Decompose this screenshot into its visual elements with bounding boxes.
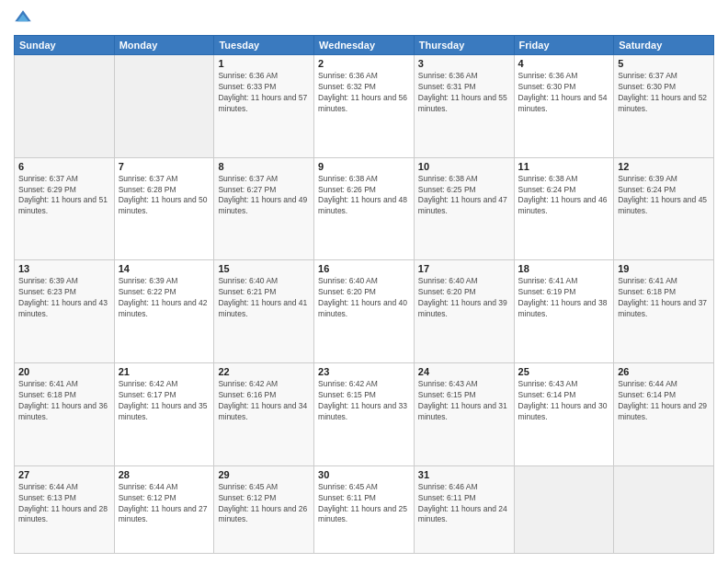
day-number: 4 bbox=[518, 58, 610, 69]
calendar-cell: 12Sunrise: 6:39 AMSunset: 6:24 PMDayligh… bbox=[614, 157, 714, 260]
day-number: 28 bbox=[119, 469, 210, 480]
day-header-monday: Monday bbox=[114, 36, 214, 55]
day-detail: Sunrise: 6:37 AMSunset: 6:29 PMDaylight:… bbox=[18, 174, 110, 218]
day-number: 20 bbox=[18, 366, 110, 377]
day-detail: Sunrise: 6:46 AMSunset: 6:11 PMDaylight:… bbox=[418, 482, 510, 526]
day-detail: Sunrise: 6:39 AMSunset: 6:22 PMDaylight:… bbox=[119, 276, 210, 320]
calendar-cell: 26Sunrise: 6:44 AMSunset: 6:14 PMDayligh… bbox=[614, 363, 714, 466]
day-number: 30 bbox=[318, 469, 410, 480]
day-number: 18 bbox=[518, 263, 610, 274]
day-number: 23 bbox=[318, 366, 410, 377]
day-detail: Sunrise: 6:43 AMSunset: 6:15 PMDaylight:… bbox=[418, 379, 510, 423]
day-detail: Sunrise: 6:44 AMSunset: 6:13 PMDaylight:… bbox=[18, 482, 110, 526]
day-number: 8 bbox=[218, 161, 310, 172]
day-number: 19 bbox=[618, 263, 710, 274]
day-detail: Sunrise: 6:37 AMSunset: 6:30 PMDaylight:… bbox=[618, 71, 710, 115]
day-header-thursday: Thursday bbox=[414, 36, 514, 55]
day-detail: Sunrise: 6:44 AMSunset: 6:12 PMDaylight:… bbox=[119, 482, 210, 526]
day-detail: Sunrise: 6:41 AMSunset: 6:18 PMDaylight:… bbox=[618, 276, 710, 320]
day-number: 3 bbox=[418, 58, 510, 69]
calendar-cell: 15Sunrise: 6:40 AMSunset: 6:21 PMDayligh… bbox=[214, 260, 314, 363]
calendar-cell: 10Sunrise: 6:38 AMSunset: 6:25 PMDayligh… bbox=[414, 157, 514, 260]
day-number: 25 bbox=[518, 366, 610, 377]
day-number: 17 bbox=[418, 263, 510, 274]
day-detail: Sunrise: 6:42 AMSunset: 6:16 PMDaylight:… bbox=[218, 379, 310, 423]
calendar-cell: 24Sunrise: 6:43 AMSunset: 6:15 PMDayligh… bbox=[414, 363, 514, 466]
day-number: 6 bbox=[18, 161, 110, 172]
day-detail: Sunrise: 6:41 AMSunset: 6:19 PMDaylight:… bbox=[518, 276, 610, 320]
page: SundayMondayTuesdayWednesdayThursdayFrid… bbox=[0, 0, 728, 563]
calendar-cell: 25Sunrise: 6:43 AMSunset: 6:14 PMDayligh… bbox=[514, 363, 614, 466]
calendar-cell bbox=[114, 55, 214, 158]
day-detail: Sunrise: 6:38 AMSunset: 6:24 PMDaylight:… bbox=[518, 174, 610, 218]
day-detail: Sunrise: 6:38 AMSunset: 6:26 PMDaylight:… bbox=[318, 174, 410, 218]
day-detail: Sunrise: 6:40 AMSunset: 6:20 PMDaylight:… bbox=[318, 276, 410, 320]
calendar-cell: 28Sunrise: 6:44 AMSunset: 6:12 PMDayligh… bbox=[114, 465, 214, 553]
calendar-cell: 4Sunrise: 6:36 AMSunset: 6:30 PMDaylight… bbox=[514, 55, 614, 158]
calendar-cell: 6Sunrise: 6:37 AMSunset: 6:29 PMDaylight… bbox=[15, 157, 115, 260]
week-row-2: 13Sunrise: 6:39 AMSunset: 6:23 PMDayligh… bbox=[15, 260, 714, 363]
day-detail: Sunrise: 6:37 AMSunset: 6:27 PMDaylight:… bbox=[218, 174, 310, 218]
calendar-cell: 8Sunrise: 6:37 AMSunset: 6:27 PMDaylight… bbox=[214, 157, 314, 260]
day-number: 2 bbox=[318, 58, 410, 69]
day-detail: Sunrise: 6:45 AMSunset: 6:11 PMDaylight:… bbox=[318, 482, 410, 526]
week-row-1: 6Sunrise: 6:37 AMSunset: 6:29 PMDaylight… bbox=[15, 157, 714, 260]
day-number: 26 bbox=[618, 366, 710, 377]
calendar-cell: 14Sunrise: 6:39 AMSunset: 6:22 PMDayligh… bbox=[114, 260, 214, 363]
day-detail: Sunrise: 6:37 AMSunset: 6:28 PMDaylight:… bbox=[119, 174, 210, 218]
week-row-3: 20Sunrise: 6:41 AMSunset: 6:18 PMDayligh… bbox=[15, 363, 714, 466]
day-number: 11 bbox=[518, 161, 610, 172]
day-detail: Sunrise: 6:42 AMSunset: 6:17 PMDaylight:… bbox=[119, 379, 210, 423]
day-number: 27 bbox=[18, 469, 110, 480]
calendar-cell: 2Sunrise: 6:36 AMSunset: 6:32 PMDaylight… bbox=[314, 55, 415, 158]
calendar-cell: 1Sunrise: 6:36 AMSunset: 6:33 PMDaylight… bbox=[214, 55, 314, 158]
day-number: 31 bbox=[418, 469, 510, 480]
day-detail: Sunrise: 6:44 AMSunset: 6:14 PMDaylight:… bbox=[618, 379, 710, 423]
header bbox=[14, 9, 714, 28]
day-detail: Sunrise: 6:45 AMSunset: 6:12 PMDaylight:… bbox=[218, 482, 310, 526]
day-detail: Sunrise: 6:42 AMSunset: 6:15 PMDaylight:… bbox=[318, 379, 410, 423]
calendar-cell: 19Sunrise: 6:41 AMSunset: 6:18 PMDayligh… bbox=[614, 260, 714, 363]
day-detail: Sunrise: 6:39 AMSunset: 6:23 PMDaylight:… bbox=[18, 276, 110, 320]
calendar-cell bbox=[614, 465, 714, 553]
day-number: 12 bbox=[618, 161, 710, 172]
day-number: 21 bbox=[119, 366, 210, 377]
day-number: 5 bbox=[618, 58, 710, 69]
day-number: 24 bbox=[418, 366, 510, 377]
day-detail: Sunrise: 6:40 AMSunset: 6:20 PMDaylight:… bbox=[418, 276, 510, 320]
day-number: 16 bbox=[318, 263, 410, 274]
calendar-cell: 27Sunrise: 6:44 AMSunset: 6:13 PMDayligh… bbox=[15, 465, 115, 553]
calendar-cell: 13Sunrise: 6:39 AMSunset: 6:23 PMDayligh… bbox=[15, 260, 115, 363]
day-header-tuesday: Tuesday bbox=[214, 36, 314, 55]
day-detail: Sunrise: 6:36 AMSunset: 6:33 PMDaylight:… bbox=[218, 71, 310, 115]
calendar-header-row: SundayMondayTuesdayWednesdayThursdayFrid… bbox=[15, 36, 714, 55]
calendar-cell: 31Sunrise: 6:46 AMSunset: 6:11 PMDayligh… bbox=[414, 465, 514, 553]
day-detail: Sunrise: 6:36 AMSunset: 6:30 PMDaylight:… bbox=[518, 71, 610, 115]
day-detail: Sunrise: 6:38 AMSunset: 6:25 PMDaylight:… bbox=[418, 174, 510, 218]
day-header-sunday: Sunday bbox=[15, 36, 115, 55]
day-detail: Sunrise: 6:40 AMSunset: 6:21 PMDaylight:… bbox=[218, 276, 310, 320]
day-number: 22 bbox=[218, 366, 310, 377]
calendar: SundayMondayTuesdayWednesdayThursdayFrid… bbox=[14, 35, 714, 554]
day-number: 10 bbox=[418, 161, 510, 172]
week-row-4: 27Sunrise: 6:44 AMSunset: 6:13 PMDayligh… bbox=[15, 465, 714, 553]
day-detail: Sunrise: 6:43 AMSunset: 6:14 PMDaylight:… bbox=[518, 379, 610, 423]
logo bbox=[14, 9, 35, 28]
day-number: 14 bbox=[119, 263, 210, 274]
day-number: 7 bbox=[119, 161, 210, 172]
calendar-cell: 30Sunrise: 6:45 AMSunset: 6:11 PMDayligh… bbox=[314, 465, 415, 553]
day-detail: Sunrise: 6:39 AMSunset: 6:24 PMDaylight:… bbox=[618, 174, 710, 218]
calendar-cell: 22Sunrise: 6:42 AMSunset: 6:16 PMDayligh… bbox=[214, 363, 314, 466]
calendar-cell: 18Sunrise: 6:41 AMSunset: 6:19 PMDayligh… bbox=[514, 260, 614, 363]
calendar-cell: 17Sunrise: 6:40 AMSunset: 6:20 PMDayligh… bbox=[414, 260, 514, 363]
day-number: 13 bbox=[18, 263, 110, 274]
day-detail: Sunrise: 6:36 AMSunset: 6:31 PMDaylight:… bbox=[418, 71, 510, 115]
day-number: 29 bbox=[218, 469, 310, 480]
logo-icon bbox=[14, 9, 32, 28]
calendar-cell: 5Sunrise: 6:37 AMSunset: 6:30 PMDaylight… bbox=[614, 55, 714, 158]
calendar-cell: 23Sunrise: 6:42 AMSunset: 6:15 PMDayligh… bbox=[314, 363, 415, 466]
calendar-cell: 16Sunrise: 6:40 AMSunset: 6:20 PMDayligh… bbox=[314, 260, 415, 363]
calendar-cell: 11Sunrise: 6:38 AMSunset: 6:24 PMDayligh… bbox=[514, 157, 614, 260]
calendar-cell: 7Sunrise: 6:37 AMSunset: 6:28 PMDaylight… bbox=[114, 157, 214, 260]
week-row-0: 1Sunrise: 6:36 AMSunset: 6:33 PMDaylight… bbox=[15, 55, 714, 158]
